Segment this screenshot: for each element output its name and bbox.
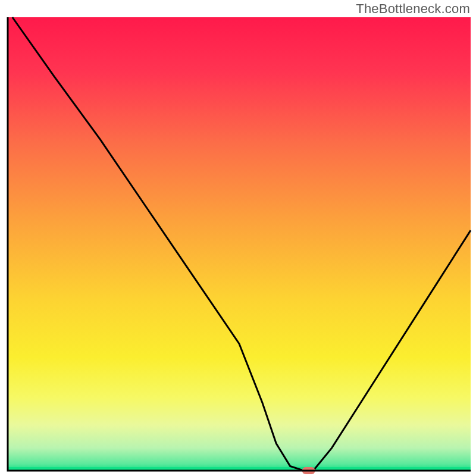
bottleneck-chart <box>0 0 476 476</box>
plot-background <box>8 17 471 471</box>
